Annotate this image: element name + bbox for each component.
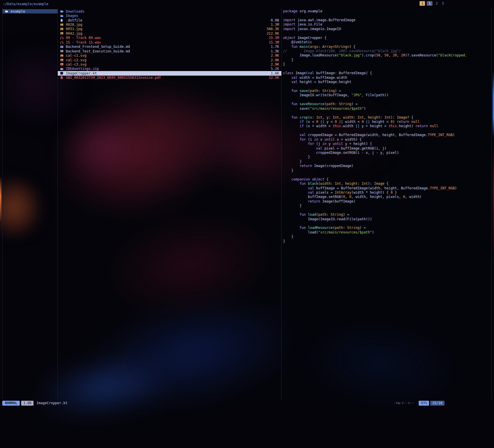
- cursor-position-badge: 15/16: [430, 401, 444, 406]
- code-line: }: [283, 168, 491, 173]
- code-line: import javax.imageio.ImageIO: [283, 27, 491, 31]
- code-line: val buffImage = BufferedImage(width, hei…: [283, 186, 491, 190]
- file-size: 2.9K: [271, 54, 279, 58]
- file-size: 1.3M: [271, 23, 279, 27]
- code-line: if (x + width > this.width || y + height…: [283, 124, 491, 128]
- file-size: 1.6K: [271, 71, 279, 75]
- file-name: Backend_Test_Execution_Guide.md: [66, 49, 268, 53]
- file-name: 0028.jpg: [66, 23, 268, 27]
- list-item[interactable]: cal-c2.svg2.9K: [58, 58, 281, 62]
- image-icon: [60, 63, 64, 66]
- list-item[interactable]: 15 - Track 15.wav15.3M: [58, 40, 281, 44]
- tab-2[interactable]: 2: [435, 1, 438, 6]
- list-item[interactable]: SBI_0032013739_2023_DE05_0003155631Invoi…: [58, 76, 281, 80]
- markdown-icon: [60, 50, 64, 53]
- panes: example DownloadsImages.dotfile0.0B0028.…: [2, 8, 492, 399]
- file-name: 15 - Track 15.wav: [66, 40, 266, 44]
- image-icon: [60, 32, 64, 35]
- code-line: companion object {: [283, 177, 491, 182]
- file-name: .dotfile: [66, 18, 268, 22]
- code-line: [283, 13, 491, 18]
- kotlin-icon: [60, 72, 64, 75]
- code-line: import java.io.File: [283, 22, 491, 27]
- statusbar: NORMAL 1.6K ImageCropper.kt -rw-r--r-- 9…: [2, 399, 492, 407]
- code-line: load("src/main/resources/$path"): [283, 230, 491, 235]
- status-right-group: -rw-r--r-- 93% 15/16: [394, 401, 444, 406]
- code-line: fun saveResource(path: String) =: [283, 102, 491, 106]
- code-line: val height = buffImage.height: [283, 80, 491, 84]
- code-line: }: [283, 155, 491, 159]
- list-item[interactable]: 09 - Track 09.wav15.3M: [58, 36, 281, 40]
- file-name: 0042.jpg: [66, 32, 264, 36]
- list-item[interactable]: Images: [58, 13, 281, 18]
- scroll-percent-badge: 93%: [419, 401, 429, 406]
- code-line: [283, 67, 491, 71]
- folder-icon: [5, 10, 9, 13]
- file-list-pane[interactable]: DownloadsImages.dotfile0.0B0028.jpg1.3M0…: [58, 8, 282, 399]
- code-line: fun save(path: String) =: [283, 89, 491, 93]
- code-line: [283, 98, 491, 102]
- file-name: SBI_0032013739_2023_DE05_0003155631Invoi…: [66, 76, 266, 80]
- pdf-icon: [60, 76, 64, 79]
- list-item[interactable]: 0042.jpg212.9K: [58, 31, 281, 36]
- folder-icon: [60, 10, 64, 13]
- file-size: 15.3M: [269, 40, 279, 44]
- code-line: import java.awt.image.BufferedImage: [283, 18, 491, 22]
- code-line: save("src/main/resources/$path"): [283, 107, 491, 111]
- preview-pane[interactable]: package org.example import java.awt.imag…: [282, 8, 491, 399]
- list-item[interactable]: .dotfile0.0B: [58, 18, 281, 22]
- code-line: fun main(args: Array<String>) {: [283, 45, 491, 49]
- code-line: [283, 221, 491, 226]
- file-name: IDEAsettings.zip: [66, 67, 268, 71]
- code-line: }: [283, 239, 491, 243]
- code-line: package org.example: [283, 9, 491, 13]
- directory-name: example: [11, 9, 55, 13]
- list-item[interactable]: ImageCropper.kt1.6K: [58, 71, 281, 75]
- code-line: for (i in x until x + width) {: [283, 137, 491, 142]
- topbar: ~/Data/example/example 1123: [0, 0, 494, 8]
- file-name: cal-c2.svg: [66, 58, 268, 62]
- audio-icon: [60, 36, 64, 40]
- code-line: }: [283, 204, 491, 208]
- file-size: 212.9K: [267, 32, 279, 36]
- code-line: fun black(width: Int, height: Int): Imag…: [283, 182, 491, 186]
- code-line: return Image(buffImage): [283, 199, 491, 204]
- list-item[interactable]: IDEAsettings.zip5.2K: [58, 67, 281, 71]
- markdown-icon: [60, 45, 64, 48]
- tab-3[interactable]: 3: [441, 1, 444, 6]
- archive-icon: [60, 67, 64, 70]
- file-name: 0031.jpg: [66, 27, 264, 31]
- code-line: if (x < 0 || y < 0 || width < 0 || heigh…: [283, 120, 491, 124]
- file-name: cal-c1.svg: [66, 54, 268, 58]
- list-item[interactable]: cal-c1.svg2.9K: [58, 53, 281, 58]
- file-size: 5.2K: [271, 67, 279, 71]
- image-icon: [60, 58, 64, 62]
- list-item[interactable]: Backend_Frontend_Setup_Guide.md1.7K: [58, 45, 281, 49]
- code-line: buffImage.setRGB(0, 0, width, height, pi…: [283, 195, 491, 199]
- screen: ~/Data/example/example 1123 example Down…: [0, 0, 494, 448]
- parent-directory-pane[interactable]: example: [3, 8, 58, 399]
- list-item[interactable]: Backend_Test_Execution_Guide.md1.3K: [58, 49, 281, 53]
- status-filename: ImageCropper.kt: [36, 401, 67, 405]
- list-item[interactable]: cal-c3.svg2.9K: [58, 62, 281, 66]
- file-name: cal-c3.svg: [66, 62, 268, 66]
- tab-1[interactable]: 1: [427, 1, 432, 6]
- code-line: class Image(val buffImage: BufferedImage…: [283, 71, 491, 75]
- file-size-badge: 1.6K: [21, 401, 33, 406]
- code-line: // Image.black(100, 100).saveResource("b…: [283, 49, 491, 53]
- code-line: val width = buffImage.width: [283, 76, 491, 80]
- mode-badge: NORMAL: [2, 401, 20, 406]
- image-icon: [60, 23, 64, 26]
- list-item[interactable]: Downloads: [58, 9, 281, 13]
- sidebar-item[interactable]: example: [3, 9, 58, 13]
- tab-1[interactable]: 1: [420, 1, 425, 6]
- list-item[interactable]: 0028.jpg1.3M: [58, 22, 281, 27]
- code-line: [283, 129, 491, 133]
- folder-icon: [60, 14, 64, 17]
- image-icon: [60, 54, 64, 57]
- file-manager-window: ~/Data/example/example 1123 example Down…: [0, 0, 494, 407]
- code-line: croppedImage.setRGB(i - x, j - y, pixel): [283, 151, 491, 155]
- code-line: val pixels = IntArray(width * height) { …: [283, 190, 491, 195]
- file-size: 1.7K: [271, 45, 279, 49]
- list-item[interactable]: 0031.jpg586.3K: [58, 27, 281, 31]
